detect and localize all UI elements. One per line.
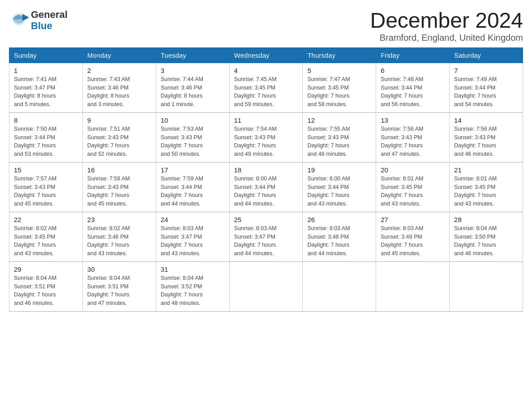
day-number: 2 <box>87 67 151 74</box>
day-number: 18 <box>234 166 298 174</box>
day-info: Sunrise: 7:56 AMSunset: 3:43 PMDaylight:… <box>454 125 518 158</box>
day-info: Sunrise: 7:55 AMSunset: 3:43 PMDaylight:… <box>307 125 371 158</box>
weekday-header-monday: Monday <box>82 47 156 63</box>
day-number: 16 <box>87 166 151 174</box>
calendar-cell: 18Sunrise: 8:00 AMSunset: 3:44 PMDayligh… <box>229 162 303 212</box>
day-info: Sunrise: 8:03 AMSunset: 3:48 PMDaylight:… <box>307 224 371 258</box>
day-info: Sunrise: 7:50 AMSunset: 3:44 PMDaylight:… <box>14 125 78 158</box>
day-number: 25 <box>234 216 298 223</box>
weekday-header-saturday: Saturday <box>450 47 523 63</box>
weekday-header-thursday: Thursday <box>303 47 376 63</box>
day-info: Sunrise: 7:56 AMSunset: 3:43 PMDaylight:… <box>381 125 445 158</box>
day-number: 3 <box>161 67 225 74</box>
day-number: 19 <box>307 166 371 174</box>
calendar-cell <box>450 261 523 311</box>
day-number: 1 <box>14 67 78 74</box>
day-info: Sunrise: 7:43 AMSunset: 3:46 PMDaylight:… <box>87 75 151 109</box>
calendar-cell: 17Sunrise: 7:59 AMSunset: 3:44 PMDayligh… <box>156 162 229 212</box>
week-row-2: 8Sunrise: 7:50 AMSunset: 3:44 PMDaylight… <box>9 112 523 162</box>
day-number: 22 <box>14 216 78 223</box>
day-info: Sunrise: 8:02 AMSunset: 3:45 PMDaylight:… <box>14 224 78 258</box>
day-number: 20 <box>381 166 445 174</box>
calendar-cell: 5Sunrise: 7:47 AMSunset: 3:45 PMDaylight… <box>303 63 376 112</box>
day-info: Sunrise: 7:51 AMSunset: 3:43 PMDaylight:… <box>87 125 151 158</box>
day-info: Sunrise: 7:45 AMSunset: 3:45 PMDaylight:… <box>234 75 298 109</box>
calendar-cell <box>376 261 450 311</box>
day-info: Sunrise: 8:03 AMSunset: 3:47 PMDaylight:… <box>234 224 298 258</box>
weekday-header-wednesday: Wednesday <box>229 47 303 63</box>
weekday-header-friday: Friday <box>376 47 450 63</box>
day-number: 12 <box>307 116 371 124</box>
day-number: 17 <box>161 166 225 174</box>
calendar-cell: 15Sunrise: 7:57 AMSunset: 3:43 PMDayligh… <box>9 162 83 212</box>
day-number: 8 <box>14 116 78 124</box>
day-info: Sunrise: 7:47 AMSunset: 3:45 PMDaylight:… <box>307 75 371 109</box>
calendar-cell: 24Sunrise: 8:03 AMSunset: 3:47 PMDayligh… <box>156 212 229 261</box>
calendar-cell: 8Sunrise: 7:50 AMSunset: 3:44 PMDaylight… <box>9 112 83 162</box>
title-block: December 2024 Bramford, England, United … <box>370 9 523 43</box>
calendar-cell: 12Sunrise: 7:55 AMSunset: 3:43 PMDayligh… <box>303 112 376 162</box>
calendar-cell: 27Sunrise: 8:03 AMSunset: 3:49 PMDayligh… <box>376 212 450 261</box>
calendar-table: SundayMondayTuesdayWednesdayThursdayFrid… <box>9 47 523 312</box>
calendar-cell: 4Sunrise: 7:45 AMSunset: 3:45 PMDaylight… <box>229 63 303 112</box>
day-number: 4 <box>234 67 298 74</box>
day-number: 9 <box>87 116 151 124</box>
day-info: Sunrise: 7:58 AMSunset: 3:43 PMDaylight:… <box>87 175 151 208</box>
week-row-1: 1Sunrise: 7:41 AMSunset: 3:47 PMDaylight… <box>9 63 523 112</box>
day-info: Sunrise: 8:03 AMSunset: 3:47 PMDaylight:… <box>161 224 225 258</box>
day-number: 24 <box>161 216 225 223</box>
day-number: 10 <box>161 116 225 124</box>
weekday-header-tuesday: Tuesday <box>156 47 229 63</box>
logo-blue: Blue <box>31 20 68 31</box>
svg-marker-1 <box>22 14 29 21</box>
calendar-cell: 22Sunrise: 8:02 AMSunset: 3:45 PMDayligh… <box>9 212 83 261</box>
calendar-cell: 10Sunrise: 7:53 AMSunset: 3:43 PMDayligh… <box>156 112 229 162</box>
logo-general: General <box>31 9 68 20</box>
calendar-cell: 2Sunrise: 7:43 AMSunset: 3:46 PMDaylight… <box>82 63 156 112</box>
day-info: Sunrise: 7:59 AMSunset: 3:44 PMDaylight:… <box>161 175 225 208</box>
calendar-cell: 23Sunrise: 8:02 AMSunset: 3:46 PMDayligh… <box>82 212 156 261</box>
location: Bramford, England, United Kingdom <box>370 33 523 43</box>
calendar-cell: 14Sunrise: 7:56 AMSunset: 3:43 PMDayligh… <box>450 112 523 162</box>
day-number: 13 <box>381 116 445 124</box>
day-info: Sunrise: 8:03 AMSunset: 3:49 PMDaylight:… <box>381 224 445 258</box>
week-row-5: 29Sunrise: 8:04 AMSunset: 3:51 PMDayligh… <box>9 261 523 311</box>
calendar-cell: 11Sunrise: 7:54 AMSunset: 3:43 PMDayligh… <box>229 112 303 162</box>
weekday-header-row: SundayMondayTuesdayWednesdayThursdayFrid… <box>9 47 523 63</box>
day-number: 21 <box>454 166 518 174</box>
calendar-cell: 21Sunrise: 8:01 AMSunset: 3:45 PMDayligh… <box>450 162 523 212</box>
calendar-cell <box>303 261 376 311</box>
page-header: General Blue December 2024 Bramford, Eng… <box>9 9 523 43</box>
calendar-cell: 20Sunrise: 8:01 AMSunset: 3:45 PMDayligh… <box>376 162 450 212</box>
day-info: Sunrise: 7:48 AMSunset: 3:44 PMDaylight:… <box>381 75 445 109</box>
logo-icon <box>9 10 29 30</box>
calendar-cell: 26Sunrise: 8:03 AMSunset: 3:48 PMDayligh… <box>303 212 376 261</box>
day-info: Sunrise: 8:00 AMSunset: 3:44 PMDaylight:… <box>234 175 298 208</box>
calendar-cell: 13Sunrise: 7:56 AMSunset: 3:43 PMDayligh… <box>376 112 450 162</box>
day-number: 11 <box>234 116 298 124</box>
week-row-4: 22Sunrise: 8:02 AMSunset: 3:45 PMDayligh… <box>9 212 523 261</box>
weekday-header-sunday: Sunday <box>9 47 83 63</box>
calendar-cell: 28Sunrise: 8:04 AMSunset: 3:50 PMDayligh… <box>450 212 523 261</box>
day-info: Sunrise: 8:01 AMSunset: 3:45 PMDaylight:… <box>381 175 445 208</box>
calendar-cell: 19Sunrise: 8:00 AMSunset: 3:44 PMDayligh… <box>303 162 376 212</box>
day-number: 31 <box>161 265 225 273</box>
calendar-cell <box>229 261 303 311</box>
day-number: 23 <box>87 216 151 223</box>
day-number: 29 <box>14 265 78 273</box>
calendar-cell: 7Sunrise: 7:49 AMSunset: 3:44 PMDaylight… <box>450 63 523 112</box>
day-number: 15 <box>14 166 78 174</box>
calendar-cell: 9Sunrise: 7:51 AMSunset: 3:43 PMDaylight… <box>82 112 156 162</box>
day-info: Sunrise: 7:49 AMSunset: 3:44 PMDaylight:… <box>454 75 518 109</box>
day-number: 14 <box>454 116 518 124</box>
logo: General Blue <box>9 9 68 32</box>
day-number: 6 <box>381 67 445 74</box>
month-title: December 2024 <box>370 9 523 33</box>
calendar-cell: 1Sunrise: 7:41 AMSunset: 3:47 PMDaylight… <box>9 63 83 112</box>
day-info: Sunrise: 8:04 AMSunset: 3:52 PMDaylight:… <box>161 274 225 308</box>
day-info: Sunrise: 7:44 AMSunset: 3:46 PMDaylight:… <box>161 75 225 109</box>
day-number: 7 <box>454 67 518 74</box>
calendar-cell: 3Sunrise: 7:44 AMSunset: 3:46 PMDaylight… <box>156 63 229 112</box>
day-info: Sunrise: 8:02 AMSunset: 3:46 PMDaylight:… <box>87 224 151 258</box>
day-info: Sunrise: 8:01 AMSunset: 3:45 PMDaylight:… <box>454 175 518 208</box>
